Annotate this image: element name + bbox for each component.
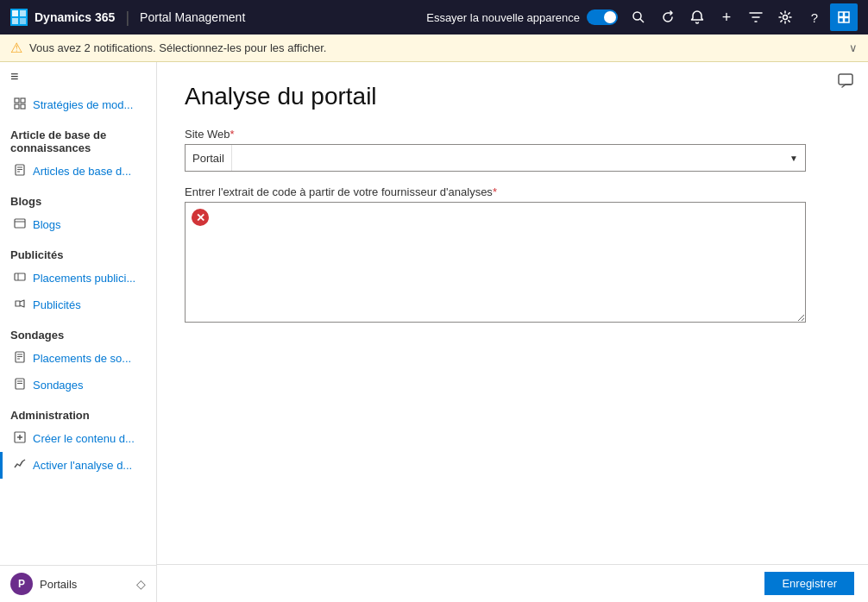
strategies-label: Stratégies de mod... bbox=[33, 98, 133, 111]
section-administration: Administration bbox=[0, 398, 156, 425]
svg-line-5 bbox=[640, 19, 644, 22]
articles-label: Articles de base d... bbox=[33, 165, 131, 178]
topbar-divider: | bbox=[125, 9, 129, 27]
sidebar-item-blogs[interactable]: Blogs bbox=[0, 211, 156, 238]
svg-rect-13 bbox=[15, 104, 19, 109]
refresh-icon[interactable] bbox=[654, 3, 682, 31]
activer-analyse-label: Activer l'analyse d... bbox=[33, 459, 132, 472]
activer-analyse-icon bbox=[14, 458, 26, 473]
site-web-select[interactable]: Portail ▼ bbox=[185, 144, 806, 172]
code-required-marker: * bbox=[493, 185, 497, 198]
svg-rect-10 bbox=[845, 18, 850, 23]
brand-name: Dynamics 365 bbox=[35, 10, 115, 24]
svg-rect-12 bbox=[21, 98, 25, 103]
section-blogs: Blogs bbox=[0, 185, 156, 211]
sidebar: ≡ Stratégies de mod... Article de base d… bbox=[0, 62, 157, 599]
section-articles: Article de base de connaissances bbox=[0, 118, 156, 158]
brand-icon bbox=[10, 9, 28, 26]
section-sondages: Sondages bbox=[0, 318, 156, 345]
code-textarea[interactable] bbox=[185, 202, 806, 323]
placements-label: Placements publici... bbox=[33, 272, 135, 285]
svg-point-4 bbox=[633, 12, 641, 20]
notification-text: Vous avez 2 notifications. Sélectionnez-… bbox=[29, 41, 326, 54]
blogs-icon bbox=[14, 217, 26, 232]
topbar-icons: + ? bbox=[625, 3, 858, 31]
sidebar-item-creer-contenu[interactable]: Créer le contenu d... bbox=[0, 425, 156, 452]
notification-bar: ⚠ Vous avez 2 notifications. Sélectionne… bbox=[0, 34, 868, 62]
sondages-icon bbox=[14, 378, 26, 392]
svg-rect-0 bbox=[12, 10, 18, 16]
articles-icon bbox=[14, 164, 26, 179]
try-new-label: Essayer la nouvelle apparence bbox=[426, 11, 580, 24]
window-icon[interactable] bbox=[830, 3, 858, 31]
help-icon[interactable]: ? bbox=[801, 3, 828, 31]
site-web-field: Site Web* Portail ▼ bbox=[185, 128, 840, 172]
svg-rect-33 bbox=[839, 74, 852, 85]
svg-rect-1 bbox=[20, 10, 26, 16]
svg-rect-3 bbox=[20, 18, 26, 24]
creer-contenu-label: Créer le contenu d... bbox=[33, 432, 135, 445]
try-new-section: Essayer la nouvelle apparence bbox=[426, 9, 618, 25]
section-publicites: Publicités bbox=[0, 238, 156, 265]
app-name: Portal Management bbox=[140, 10, 245, 24]
publicites-label: Publicités bbox=[33, 298, 81, 311]
code-label: Entrer l'extrait de code à partir de vot… bbox=[185, 185, 840, 198]
svg-rect-14 bbox=[21, 104, 25, 109]
required-marker: * bbox=[230, 128, 235, 141]
sidebar-item-sondages[interactable]: Sondages bbox=[0, 372, 156, 398]
select-arrow-icon[interactable]: ▼ bbox=[783, 154, 805, 163]
svg-rect-7 bbox=[839, 12, 844, 17]
error-icon: ✕ bbox=[192, 209, 209, 226]
page-title: Analyse du portail bbox=[185, 83, 840, 110]
notification-icon[interactable] bbox=[683, 3, 711, 31]
try-new-toggle[interactable] bbox=[587, 9, 618, 25]
sidebar-item-publicites[interactable]: Publicités bbox=[0, 292, 156, 318]
sidebar-item-placements[interactable]: Placements publici... bbox=[0, 265, 156, 292]
svg-rect-19 bbox=[15, 219, 25, 228]
publicites-icon bbox=[14, 298, 26, 312]
save-button[interactable]: Enregistrer bbox=[764, 572, 854, 595]
add-icon[interactable]: + bbox=[713, 3, 740, 31]
svg-point-6 bbox=[783, 16, 788, 20]
code-field: Entrer l'extrait de code à partir de vot… bbox=[185, 185, 840, 325]
portails-avatar: P bbox=[10, 573, 33, 595]
sondages-label: Sondages bbox=[33, 379, 84, 392]
creer-contenu-icon bbox=[14, 431, 26, 446]
settings-icon[interactable] bbox=[771, 3, 799, 31]
strategies-icon bbox=[14, 97, 26, 112]
sidebar-item-activer-analyse[interactable]: Activer l'analyse d... bbox=[0, 452, 156, 479]
portails-arrow-icon: ◇ bbox=[136, 577, 146, 591]
svg-rect-11 bbox=[15, 98, 19, 103]
save-btn-container: Enregistrer bbox=[157, 564, 868, 599]
topbar: Dynamics 365 | Portal Management Essayer… bbox=[0, 0, 868, 34]
svg-rect-9 bbox=[839, 18, 844, 23]
search-icon[interactable] bbox=[625, 3, 652, 31]
filter-icon[interactable] bbox=[742, 3, 770, 31]
chat-icon[interactable] bbox=[837, 72, 854, 94]
brand: Dynamics 365 bbox=[10, 9, 115, 26]
site-web-label: Site Web* bbox=[185, 128, 840, 141]
sidebar-item-strategies[interactable]: Stratégies de mod... bbox=[0, 91, 156, 118]
svg-rect-8 bbox=[845, 12, 850, 17]
sidebar-item-placements-sondages[interactable]: Placements de so... bbox=[0, 345, 156, 372]
code-textarea-wrapper: ✕ bbox=[185, 202, 806, 325]
placements-sondages-icon bbox=[14, 351, 26, 366]
placements-icon bbox=[14, 271, 26, 285]
svg-rect-2 bbox=[12, 18, 18, 24]
select-prefix-text: Portail bbox=[186, 145, 232, 171]
portails-label: Portails bbox=[40, 578, 129, 591]
hamburger-menu[interactable]: ≡ bbox=[0, 62, 156, 91]
notification-close[interactable]: ∨ bbox=[849, 41, 858, 54]
svg-rect-21 bbox=[15, 273, 25, 280]
sidebar-item-articles[interactable]: Articles de base d... bbox=[0, 158, 156, 185]
placements-sondages-label: Placements de so... bbox=[33, 352, 131, 365]
main-content: Analyse du portail Site Web* Portail ▼ E… bbox=[157, 62, 868, 599]
app-layout: ≡ Stratégies de mod... Article de base d… bbox=[0, 62, 868, 599]
blogs-label: Blogs bbox=[33, 218, 61, 231]
warning-icon: ⚠ bbox=[10, 40, 22, 56]
bottom-portails-bar[interactable]: P Portails ◇ bbox=[0, 565, 157, 599]
